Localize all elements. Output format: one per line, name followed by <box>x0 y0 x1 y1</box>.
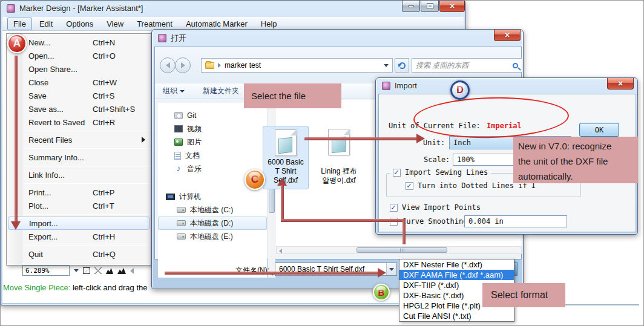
maximize-button[interactable] <box>421 1 439 12</box>
view-import-points-checkbox[interactable] <box>390 204 398 212</box>
menu-treatment[interactable]: Treatment <box>131 18 179 30</box>
close-icon: × <box>618 79 623 88</box>
arrow-from-format-line <box>402 219 406 244</box>
open-dialog-close-button[interactable]: × <box>494 30 521 41</box>
minimize-icon <box>408 5 414 7</box>
ok-button[interactable]: OK <box>579 123 619 137</box>
filename-dropdown-icon[interactable] <box>386 263 396 275</box>
import-dialog-titlebar: Import <box>382 81 417 90</box>
nav-item-disk-c[interactable]: 本地磁盘 (C:) <box>158 203 267 217</box>
menu-view[interactable]: View <box>100 18 130 30</box>
menu-item-open[interactable]: Open...Ctrl+O <box>7 49 151 62</box>
screenshot-stage: Marker Design - [Marker Assistant*] × Fi… <box>0 0 644 326</box>
nav-panel: Git 视频 图片 文档 音乐 计算机 本地磁盘 (C:) 本地磁盘 (D:) … <box>158 103 267 278</box>
back-button[interactable] <box>160 57 176 73</box>
refresh-button[interactable] <box>395 58 409 73</box>
disk-icon <box>177 233 186 240</box>
menu-item-open-share[interactable]: Open Share... <box>7 62 151 76</box>
import-sewing-lines-checkbox[interactable] <box>393 169 401 177</box>
open-dialog-title: 打开 <box>171 33 186 44</box>
menu-separator <box>25 131 150 131</box>
menu-item-summary-info[interactable]: Summary Info... <box>7 151 151 164</box>
menu-item-import[interactable]: Import... <box>8 217 150 230</box>
pieces-dark-icon[interactable] <box>117 267 126 274</box>
zoom-value: 6.289% <box>25 267 50 275</box>
scrollbar-thumb[interactable] <box>356 247 447 253</box>
file-list-horizontal-scrollbar[interactable] <box>276 246 522 254</box>
file-menu: New...Ctrl+N Open...Ctrl+O Open Share...… <box>6 33 151 266</box>
curve-smoothing-input[interactable]: 0.004 in <box>464 215 567 227</box>
menu-item-revert[interactable]: Revert to SavedCtrl+R <box>7 116 151 129</box>
arrow-bottom-head <box>378 268 386 278</box>
nav-item-disk-e[interactable]: 本地磁盘 (E:) <box>158 230 267 243</box>
menu-automatic-marker[interactable]: Automatic Marker <box>180 18 254 30</box>
menu-item-link-info[interactable]: Link Info... <box>7 168 151 181</box>
step-badge-c: C <box>245 169 265 190</box>
chevron-left-icon[interactable] <box>130 268 134 274</box>
menu-item-new[interactable]: New...Ctrl+N <box>7 36 151 49</box>
nav-item-git[interactable]: Git <box>158 109 267 122</box>
search-icon <box>513 63 518 68</box>
organize-dropdown-icon <box>180 90 185 93</box>
menu-item-save-as[interactable]: Save as...Ctrl+Shift+S <box>7 102 151 116</box>
new-folder-button[interactable]: 新建文件夹 <box>203 86 239 96</box>
menu-item-save[interactable]: SaveCtrl+S <box>7 89 151 102</box>
forward-button[interactable] <box>175 57 191 73</box>
zoom-dropdown-icon[interactable] <box>74 269 79 272</box>
menu-item-plot[interactable]: Plot...Ctrl+T <box>7 199 151 212</box>
arrow-up-to-file-line <box>281 185 284 221</box>
status-mode-label: Move Single Piece: <box>3 283 70 292</box>
arrow-file-to-import-head <box>416 134 425 143</box>
menu-item-close[interactable]: CloseCtrl+W <box>7 76 151 89</box>
scale-value: 100% <box>457 155 475 164</box>
import-dialog-icon <box>382 82 390 90</box>
submenu-arrow-icon <box>142 137 145 143</box>
pieces-icon[interactable] <box>106 267 113 274</box>
import-sewing-lines-row: Import Sewing Lines <box>390 168 491 177</box>
close-icon: × <box>505 31 510 39</box>
minimize-button[interactable] <box>402 1 420 12</box>
menu-separator <box>25 166 150 166</box>
menu-options[interactable]: Options <box>60 18 99 30</box>
menu-edit[interactable]: Edit <box>33 18 59 30</box>
nav-item-documents[interactable]: 文档 <box>158 149 267 162</box>
breadcrumb[interactable]: marker test <box>225 61 261 70</box>
fit-view-icon[interactable] <box>94 267 102 274</box>
file-tile[interactable]: Lining 裡布 알맹이.dxf <box>314 126 364 189</box>
folder-icon <box>205 62 214 69</box>
menu-help[interactable]: Help <box>255 18 283 30</box>
search-box[interactable]: 搜索 桌面的东西 <box>412 58 522 73</box>
close-button[interactable]: × <box>439 1 465 12</box>
step-badge-d: D <box>450 80 470 100</box>
menu-item-recent-files[interactable]: Recent Files <box>7 133 151 146</box>
scroll-left-icon[interactable] <box>279 249 282 253</box>
menu-item-quit[interactable]: QuitCtrl+Q <box>7 247 151 261</box>
curve-smoothing-label: Curve Smoothing: <box>402 217 472 226</box>
nav-item-computer[interactable]: 计算机 <box>158 190 267 203</box>
menu-item-export[interactable]: Export...Ctrl+H <box>7 230 151 243</box>
nav-item-videos[interactable]: 视频 <box>158 122 267 135</box>
close-icon: × <box>450 2 455 10</box>
forward-icon <box>181 62 185 68</box>
arrow-elbow-line <box>281 219 406 222</box>
page-setup-icon[interactable] <box>83 267 90 274</box>
scale-label: Scale: <box>424 155 450 164</box>
pictures-icon <box>174 139 183 146</box>
status-bar: Move Single Piece: left-click and drag t… <box>3 283 147 292</box>
back-icon <box>166 62 170 68</box>
import-dialog-close-button[interactable]: × <box>607 78 634 90</box>
format-option-nester[interactable]: DXF Nester File (*.dxf) <box>399 259 514 270</box>
nav-item-pictures[interactable]: 图片 <box>158 135 267 149</box>
address-dropdown-icon[interactable] <box>384 64 389 67</box>
turn-dotted-lines-checkbox[interactable] <box>406 182 413 190</box>
menu-item-print[interactable]: Print...Ctrl+P <box>7 186 151 199</box>
nav-item-disk-d[interactable]: 本地磁盘 (D:) <box>158 217 267 230</box>
menu-file[interactable]: File <box>7 18 32 30</box>
format-option-aama[interactable]: DXF AAMA File (*.dxf *.aam) <box>399 270 514 280</box>
address-bar[interactable]: marker test <box>201 58 393 73</box>
zoom-combo[interactable]: 6.289% <box>22 266 70 276</box>
maximize-icon <box>427 4 433 8</box>
organize-button[interactable]: 组织 <box>163 86 185 96</box>
disk-icon <box>177 207 186 213</box>
format-option-ansi[interactable]: Cut File ANSI (*.txt) <box>399 311 514 321</box>
